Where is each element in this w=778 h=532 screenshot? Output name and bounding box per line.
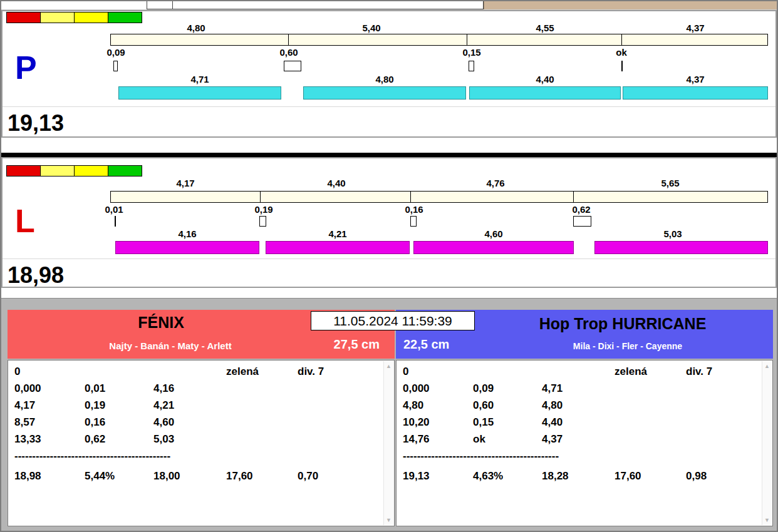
run-time: 4,21 xyxy=(309,228,366,239)
run-bar xyxy=(623,86,768,100)
status-light-yellow2-icon xyxy=(74,12,108,23)
track-tick xyxy=(260,192,261,202)
result-row: 0 zelená div. 7 xyxy=(397,366,772,382)
change-time: 0,15 xyxy=(443,47,500,58)
panel-divider xyxy=(3,258,775,259)
run-bar xyxy=(469,86,621,100)
results-section: FÉNIX Najty - Banán - Maty - Arlett 27,5… xyxy=(1,298,777,532)
percent-value: 4,63% xyxy=(473,470,503,483)
split-time: 4,55 xyxy=(517,23,573,33)
run-time: 4,37 xyxy=(667,74,724,84)
total-time: 19,13 xyxy=(403,470,430,483)
split-time: 4,37 xyxy=(667,23,724,33)
track-tick xyxy=(621,34,622,45)
scrollbar[interactable]: ▲ ▼ xyxy=(762,361,772,525)
result-cell: 4,80 xyxy=(542,399,563,412)
datetime: 11.05.2024 11:59:39 xyxy=(311,311,475,330)
change-marker xyxy=(284,61,301,71)
left-team-name: FÉNIX xyxy=(8,314,314,332)
result-cell: 0,000 xyxy=(14,382,41,395)
split-time: 4,40 xyxy=(308,178,365,188)
toolbar-divider xyxy=(172,1,173,9)
status-lights-p xyxy=(6,12,142,23)
lane-letter-p: P xyxy=(15,51,37,84)
scroll-down-icon[interactable]: ▼ xyxy=(384,517,393,523)
result-row: 14,76 ok 4,37 xyxy=(397,433,772,450)
division-label: div. 7 xyxy=(298,366,324,378)
scroll-up-icon[interactable]: ▲ xyxy=(762,363,772,369)
change-marker xyxy=(621,61,623,71)
run-bar xyxy=(594,241,768,254)
lane-divider-bar xyxy=(1,153,777,157)
lane-letter-l: L xyxy=(15,205,35,237)
window-top-strip xyxy=(1,1,777,10)
scroll-up-icon[interactable]: ▲ xyxy=(384,363,393,369)
result-row: 0,000 0,01 4,16 xyxy=(8,382,394,399)
left-team-dogs: Najty - Banán - Maty - Arlett xyxy=(33,340,308,351)
run-time: 4,80 xyxy=(356,74,413,84)
lane-total-l: 18,98 xyxy=(8,262,64,288)
result-cell: 0,19 xyxy=(85,399,105,412)
result-row: 8,57 0,16 4,60 xyxy=(8,416,394,433)
split-track-l xyxy=(110,191,768,203)
panel-divider xyxy=(3,106,775,107)
result-row: 0 zelená div. 7 xyxy=(8,366,394,382)
change-time: 0,01 xyxy=(86,204,142,215)
summary-cell: 17,60 xyxy=(226,470,253,483)
scroll-down-icon[interactable]: ▼ xyxy=(762,517,772,523)
change-marker xyxy=(259,216,266,227)
total-time: 18,98 xyxy=(14,470,41,483)
right-team-dogs: Mila - Dixi - Fler - Cayenne xyxy=(496,341,759,351)
summary-row: 18,98 5,44% 18,00 17,60 0,70 xyxy=(8,470,394,487)
result-row: 10,20 0,15 4,40 xyxy=(397,416,772,433)
left-results-area[interactable]: 0 zelená div. 7 0,000 0,01 4,16 4,17 0,1… xyxy=(8,360,395,526)
scrollbar[interactable]: ▲ ▼ xyxy=(383,361,393,525)
result-row: 0,000 0,09 4,71 xyxy=(397,382,772,399)
result-cell: 0,000 xyxy=(403,382,430,395)
result-row: 4,17 0,19 4,21 xyxy=(8,399,394,416)
result-cell: 4,40 xyxy=(542,416,563,429)
track-tick xyxy=(410,192,411,202)
light-status: zelená xyxy=(615,366,647,378)
status-light-yellow1-icon xyxy=(40,165,75,176)
result-cell: 4,16 xyxy=(153,382,174,395)
right-results-area[interactable]: 0 zelená div. 7 0,000 0,09 4,71 4,80 0,6… xyxy=(396,360,773,526)
panel-gap xyxy=(1,138,777,153)
separator-dashes: ----------------------------------------… xyxy=(403,450,559,463)
split-time: 5,40 xyxy=(343,23,400,33)
penalty-value: 0 xyxy=(403,366,408,378)
track-tick xyxy=(467,34,467,45)
cutoff-toolbar xyxy=(147,1,484,9)
split-time: 5,65 xyxy=(642,178,698,188)
change-time: ok xyxy=(593,47,650,58)
status-light-green-icon xyxy=(108,165,142,176)
status-light-red-icon xyxy=(6,12,41,23)
separator-dashes: ----------------------------------------… xyxy=(14,450,170,463)
run-bar xyxy=(266,241,410,254)
status-lights-l xyxy=(6,165,142,176)
change-time: 0,19 xyxy=(236,204,292,215)
result-cell: 4,60 xyxy=(153,416,174,429)
result-cell: 5,03 xyxy=(153,433,174,446)
penalty-value: 0 xyxy=(14,366,20,378)
status-light-red-icon xyxy=(6,165,41,176)
result-cell: 0,09 xyxy=(473,382,494,395)
change-marker xyxy=(115,216,116,227)
run-bar xyxy=(413,241,574,254)
run-time: 5,03 xyxy=(645,228,701,239)
result-cell: 4,37 xyxy=(542,433,563,446)
run-time: 4,40 xyxy=(517,74,573,84)
result-row: 13,33 0,62 5,03 xyxy=(8,433,394,450)
change-marker xyxy=(113,61,118,71)
split-track-p xyxy=(110,34,768,46)
status-light-green-icon xyxy=(108,12,142,23)
change-time: 0,09 xyxy=(88,47,144,58)
right-team-jump-height: 22,5 cm xyxy=(403,337,449,352)
result-cell: 8,57 xyxy=(14,416,35,429)
run-bar xyxy=(118,86,281,100)
result-cell: 4,21 xyxy=(153,399,174,412)
change-marker xyxy=(469,61,474,71)
separator-row: ----------------------------------------… xyxy=(397,450,772,465)
lane-panel-l: L 4,17 4,40 4,76 5,65 0,01 0,19 0,16 0,6… xyxy=(1,157,777,288)
result-cell: 13,33 xyxy=(14,433,41,446)
